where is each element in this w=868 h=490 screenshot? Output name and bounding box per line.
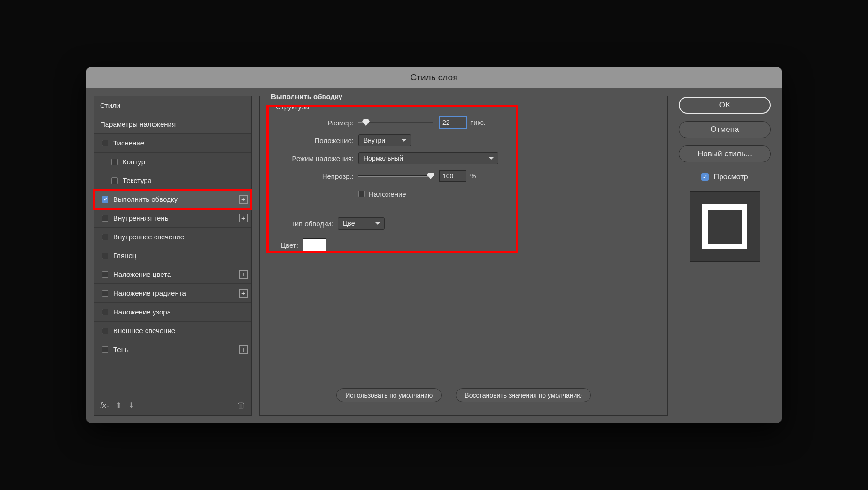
checkbox-satin[interactable] bbox=[102, 253, 108, 259]
blend-mode-label: Режим наложения: bbox=[279, 154, 358, 162]
sidebar-item-gradient-overlay[interactable]: Наложение градиента + bbox=[94, 284, 251, 303]
overprint-label: Наложение bbox=[369, 190, 406, 198]
slider-thumb-icon[interactable] bbox=[427, 173, 434, 179]
sidebar-item-satin[interactable]: Глянец bbox=[94, 246, 251, 265]
sidebar-label: Текстура bbox=[123, 176, 152, 184]
right-panel: OK Отмена Новый стиль... Просмотр bbox=[675, 96, 774, 416]
checkbox-inner-shadow[interactable] bbox=[102, 215, 108, 222]
divider bbox=[279, 207, 649, 207]
move-down-icon[interactable]: ⬇ bbox=[128, 401, 134, 410]
opacity-label: Непрозр.: bbox=[279, 172, 358, 180]
fx-menu-button[interactable]: fx▾ bbox=[100, 401, 109, 410]
sidebar-item-inner-shadow[interactable]: Внутренняя тень + bbox=[94, 209, 251, 228]
checkbox-drop-shadow[interactable] bbox=[102, 346, 108, 353]
window-title: Стиль слоя bbox=[86, 67, 782, 88]
structure-title: Структура bbox=[276, 103, 309, 111]
checkbox-outer-glow[interactable] bbox=[102, 328, 108, 334]
color-swatch[interactable] bbox=[303, 238, 326, 252]
sidebar-item-stroke[interactable]: Выполнить обводку + bbox=[94, 190, 251, 209]
sidebar-label: Наложение узора bbox=[113, 308, 171, 316]
checkbox-pattern-overlay[interactable] bbox=[102, 309, 108, 315]
sidebar-label: Наложение цвета bbox=[113, 270, 171, 278]
settings-panel: Выполнить обводку Структура Размер: пикс… bbox=[259, 96, 668, 416]
sidebar-label: Тиснение bbox=[113, 139, 144, 147]
sidebar-item-outer-glow[interactable]: Внешнее свечение bbox=[94, 322, 251, 340]
structure-group: Структура Размер: пикс. Положение: Внутр… bbox=[269, 105, 658, 264]
color-label: Цвет: bbox=[279, 241, 303, 249]
layer-style-dialog: Стиль слоя Стили Параметры наложения Тис… bbox=[86, 67, 782, 423]
checkbox-color-overlay[interactable] bbox=[102, 271, 108, 278]
ok-button[interactable]: OK bbox=[679, 97, 771, 114]
position-label: Положение: bbox=[279, 137, 358, 145]
fill-type-dropdown[interactable]: Цвет bbox=[338, 217, 385, 230]
preview-thumbnail bbox=[690, 191, 760, 262]
add-drop-shadow-icon[interactable]: + bbox=[239, 345, 248, 354]
sidebar-header-styles[interactable]: Стили bbox=[94, 96, 251, 115]
sidebar-label: Выполнить обводку bbox=[113, 195, 178, 203]
sidebar-item-contour[interactable]: Контур bbox=[94, 153, 251, 171]
add-gradient-overlay-icon[interactable]: + bbox=[239, 289, 248, 298]
make-default-button[interactable]: Использовать по умолчанию bbox=[336, 388, 442, 402]
sidebar-footer: fx▾ ⬆ ⬇ 🗑 bbox=[94, 395, 251, 415]
overprint-checkbox[interactable] bbox=[358, 191, 365, 197]
preview-checkbox[interactable] bbox=[701, 173, 709, 181]
section-title: Выполнить обводку bbox=[269, 92, 344, 100]
checkbox-contour[interactable] bbox=[111, 159, 118, 165]
size-label: Размер: bbox=[279, 119, 358, 127]
size-unit: пикс. bbox=[470, 119, 486, 126]
opacity-unit: % bbox=[470, 172, 476, 180]
opacity-slider[interactable] bbox=[358, 175, 433, 177]
sidebar-item-inner-glow[interactable]: Внутреннее свечение bbox=[94, 228, 251, 246]
sidebar-item-pattern-overlay[interactable]: Наложение узора bbox=[94, 303, 251, 322]
add-inner-shadow-icon[interactable]: + bbox=[239, 214, 248, 222]
checkbox-inner-glow[interactable] bbox=[102, 234, 108, 240]
opacity-input[interactable] bbox=[439, 170, 466, 182]
checkbox-texture[interactable] bbox=[111, 177, 118, 184]
sidebar-label: Наложение градиента bbox=[113, 289, 186, 297]
preview-shape bbox=[702, 204, 747, 249]
checkbox-gradient-overlay[interactable] bbox=[102, 290, 108, 297]
preview-label: Просмотр bbox=[713, 173, 748, 181]
checkbox-stroke[interactable] bbox=[102, 196, 108, 203]
sidebar-item-bevel[interactable]: Тиснение bbox=[94, 134, 251, 153]
sidebar-label: Тень bbox=[113, 345, 129, 353]
new-style-button[interactable]: Новый стиль... bbox=[679, 145, 771, 162]
sidebar-label: Контур bbox=[123, 158, 145, 166]
size-input[interactable] bbox=[439, 117, 466, 128]
checkbox-bevel[interactable] bbox=[102, 140, 108, 146]
cancel-button[interactable]: Отмена bbox=[679, 121, 771, 138]
sidebar-item-drop-shadow[interactable]: Тень + bbox=[94, 340, 251, 359]
sidebar-item-color-overlay[interactable]: Наложение цвета + bbox=[94, 265, 251, 284]
blend-mode-dropdown[interactable]: Нормальный bbox=[358, 152, 498, 164]
move-up-icon[interactable]: ⬆ bbox=[116, 401, 122, 410]
size-slider[interactable] bbox=[358, 122, 433, 123]
sidebar-label: Внешнее свечение bbox=[113, 327, 175, 335]
fill-type-label: Тип обводки: bbox=[279, 220, 338, 228]
styles-sidebar: Стили Параметры наложения Тиснение Конту… bbox=[94, 96, 252, 416]
add-stroke-icon[interactable]: + bbox=[239, 195, 248, 204]
slider-thumb-icon[interactable] bbox=[362, 119, 370, 126]
sidebar-label: Глянец bbox=[113, 252, 136, 260]
position-dropdown[interactable]: Внутри bbox=[358, 134, 411, 146]
sidebar-label: Внутренняя тень bbox=[113, 214, 168, 222]
sidebar-label: Внутреннее свечение bbox=[113, 233, 184, 241]
reset-default-button[interactable]: Восстановить значения по умолчанию bbox=[456, 388, 590, 402]
sidebar-header-blending[interactable]: Параметры наложения bbox=[94, 115, 251, 134]
trash-icon[interactable]: 🗑 bbox=[237, 400, 246, 410]
sidebar-item-texture[interactable]: Текстура bbox=[94, 171, 251, 190]
add-color-overlay-icon[interactable]: + bbox=[239, 270, 248, 279]
